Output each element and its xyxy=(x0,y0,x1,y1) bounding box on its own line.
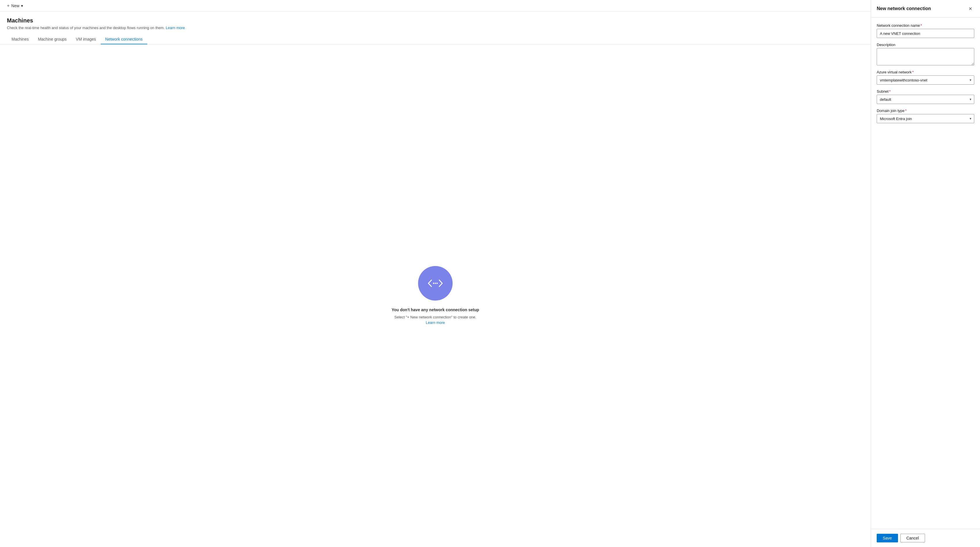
azure-vnet-select-wrapper: vmtemplatewithcontoso-vnet ▾ xyxy=(877,75,974,85)
new-button-label: New xyxy=(11,3,19,8)
top-bar: + New ▾ xyxy=(0,0,871,11)
description-textarea[interactable] xyxy=(877,48,974,65)
domain-join-select-wrapper: Microsoft Entra join ▾ xyxy=(877,114,974,123)
page-header: Machines Check the real-time health and … xyxy=(0,11,871,35)
tab-vm-images[interactable]: VM images xyxy=(72,35,101,44)
tab-network-connections[interactable]: Network connections xyxy=(101,35,147,44)
description-label: Description xyxy=(877,43,974,47)
new-button[interactable]: + New ▾ xyxy=(5,2,25,10)
azure-vnet-label: Azure virtual network* xyxy=(877,70,974,74)
form-group-domain-join: Domain join type* Microsoft Entra join ▾ xyxy=(877,108,974,123)
side-panel: New network connection ✕ Network connect… xyxy=(871,0,980,547)
tab-machines[interactable]: Machines xyxy=(7,35,33,44)
subnet-label: Subnet* xyxy=(877,89,974,94)
save-button[interactable]: Save xyxy=(877,534,898,542)
empty-learn-more-link[interactable]: Learn more xyxy=(426,321,445,325)
plus-icon: + xyxy=(7,3,10,8)
name-label: Network connection name* xyxy=(877,23,974,28)
form-group-azure-vnet: Azure virtual network* vmtemplatewithcon… xyxy=(877,70,974,85)
tabs-container: Machines Machine groups VM images Networ… xyxy=(0,35,871,44)
empty-state: You don't have any network connection se… xyxy=(0,44,871,547)
panel-header: New network connection ✕ xyxy=(871,0,980,18)
subnet-required: * xyxy=(889,89,891,94)
empty-title: You don't have any network connection se… xyxy=(391,308,479,312)
name-input[interactable] xyxy=(877,29,974,38)
tab-machine-groups[interactable]: Machine groups xyxy=(33,35,72,44)
panel-body: Network connection name* Description Azu… xyxy=(871,18,980,529)
form-group-name: Network connection name* xyxy=(877,23,974,38)
subnet-select[interactable]: default xyxy=(877,95,974,104)
domain-join-required: * xyxy=(905,108,907,113)
panel-footer: Save Cancel xyxy=(871,529,980,547)
form-group-subnet: Subnet* default ▾ xyxy=(877,89,974,104)
domain-join-select[interactable]: Microsoft Entra join xyxy=(877,114,974,123)
close-button[interactable]: ✕ xyxy=(966,5,974,13)
azure-vnet-select[interactable]: vmtemplatewithcontoso-vnet xyxy=(877,75,974,85)
svg-point-0 xyxy=(433,282,434,284)
svg-point-2 xyxy=(436,282,438,284)
cancel-button[interactable]: Cancel xyxy=(900,534,925,542)
panel-title: New network connection xyxy=(877,6,931,11)
network-icon xyxy=(418,266,453,301)
azure-vnet-required: * xyxy=(912,70,913,74)
page-title: Machines xyxy=(7,17,864,24)
page-subtitle: Check the real-time health and status of… xyxy=(7,26,864,30)
name-required: * xyxy=(920,23,922,28)
domain-join-label: Domain join type* xyxy=(877,108,974,113)
empty-description: Select "+ New network connection" to cre… xyxy=(392,314,479,325)
form-group-description: Description xyxy=(877,43,974,65)
svg-point-1 xyxy=(435,282,436,284)
subnet-select-wrapper: default ▾ xyxy=(877,95,974,104)
learn-more-link[interactable]: Learn more xyxy=(166,26,185,30)
chevron-down-icon: ▾ xyxy=(21,3,23,8)
